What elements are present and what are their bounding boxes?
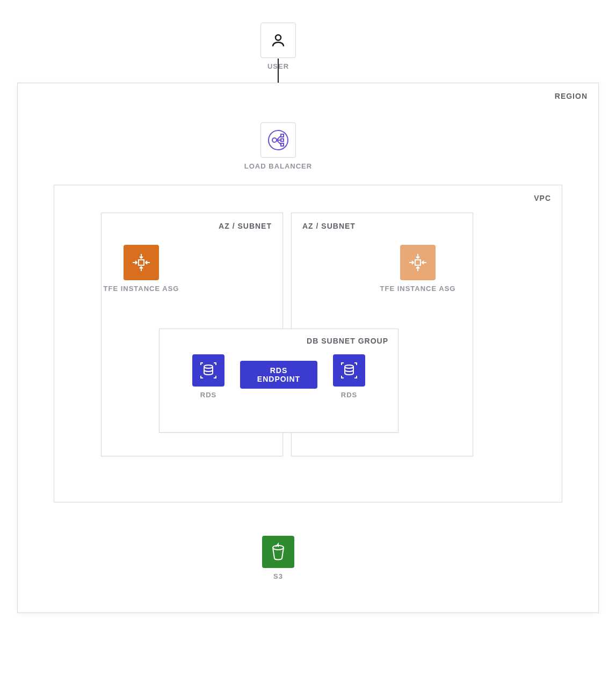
svg-rect-11 xyxy=(281,143,284,146)
region-label: REGION xyxy=(555,92,588,100)
svg-rect-9 xyxy=(281,134,284,137)
s3-label: S3 xyxy=(262,572,294,580)
load-balancer-label: LOAD BALANCER xyxy=(230,162,327,170)
user-node: USER xyxy=(260,23,296,70)
rds-right-label: RDS xyxy=(333,391,365,399)
rds-icon xyxy=(192,354,224,387)
tfe-left-label: TFE INSTANCE ASG xyxy=(93,285,190,293)
rds-endpoint: RDS ENDPOINT xyxy=(240,361,317,389)
svg-line-6 xyxy=(277,136,281,140)
svg-point-22 xyxy=(204,365,213,368)
tfe-right-label: TFE INSTANCE ASG xyxy=(369,285,466,293)
s3-bucket-icon xyxy=(262,536,294,568)
rds-left-label: RDS xyxy=(192,391,224,399)
ec2-asg-icon-inactive xyxy=(400,245,436,280)
architecture-diagram: REGION VPC AZ / SUBNET AZ / SUBNET DB SU… xyxy=(0,0,616,692)
s3-node: S3 xyxy=(262,536,294,580)
svg-rect-12 xyxy=(139,260,144,265)
load-balancer-node: LOAD BALANCER xyxy=(260,122,296,170)
db-subnet-label: DB SUBNET GROUP xyxy=(307,337,388,345)
vpc-label: VPC xyxy=(534,194,551,202)
svg-point-23 xyxy=(345,365,353,368)
user-label: USER xyxy=(260,62,296,70)
rds-icon xyxy=(333,354,365,387)
user-icon xyxy=(260,23,296,58)
svg-point-5 xyxy=(272,138,277,142)
svg-point-3 xyxy=(276,35,281,40)
tfe-instance-right: TFE INSTANCE ASG xyxy=(400,245,436,293)
az-right-label: AZ / SUBNET xyxy=(302,222,356,230)
svg-line-8 xyxy=(277,140,281,144)
load-balancer-icon xyxy=(260,122,296,158)
rds-endpoint-label: RDS ENDPOINT xyxy=(257,366,300,383)
tfe-instance-left: TFE INSTANCE ASG xyxy=(124,245,159,293)
rds-left-node: RDS xyxy=(192,354,224,399)
az-left-label: AZ / SUBNET xyxy=(219,222,272,230)
rds-right-node: RDS xyxy=(333,354,365,399)
ec2-asg-icon xyxy=(124,245,159,280)
svg-rect-17 xyxy=(415,260,421,265)
svg-rect-10 xyxy=(281,139,284,142)
